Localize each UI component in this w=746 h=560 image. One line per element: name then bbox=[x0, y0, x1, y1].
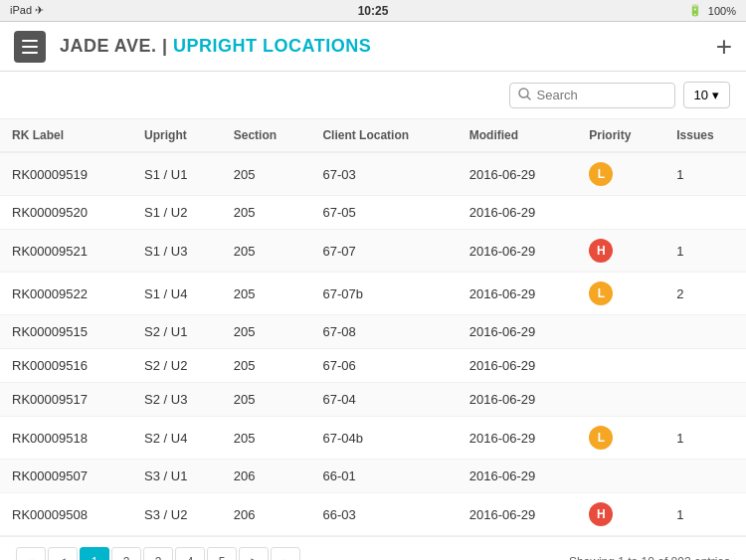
priority-cell: H bbox=[577, 230, 664, 273]
cell-0: RK00009507 bbox=[0, 460, 132, 493]
per-page-selector[interactable]: 10 ▾ bbox=[683, 82, 730, 108]
toolbar: 10 ▾ bbox=[0, 72, 746, 119]
cell-1: S2 / U1 bbox=[132, 315, 222, 349]
cell-3: 67-04 bbox=[310, 383, 457, 417]
showing-text: Showing 1 to 10 of 892 entries bbox=[569, 555, 730, 560]
cell-2: 205 bbox=[222, 349, 311, 383]
cell-4: 2016-06-29 bbox=[458, 383, 578, 417]
page-last-button[interactable]: » bbox=[271, 547, 300, 560]
priority-badge: L bbox=[589, 281, 613, 305]
table-row[interactable]: RK00009521S1 / U320567-072016-06-29H1 bbox=[0, 230, 746, 273]
priority-badge: L bbox=[589, 162, 613, 186]
col-header-upright: Upright bbox=[132, 119, 222, 152]
page-1-button[interactable]: 1 bbox=[80, 547, 109, 560]
page-3-button[interactable]: 3 bbox=[143, 547, 173, 560]
cell-4: 2016-06-29 bbox=[458, 230, 578, 273]
issues-cell: 1 bbox=[664, 493, 746, 536]
col-header-issues: Issues bbox=[664, 119, 746, 152]
cell-0: RK00009519 bbox=[0, 152, 132, 196]
dropdown-arrow-icon: ▾ bbox=[712, 88, 719, 102]
cell-4: 2016-06-29 bbox=[458, 152, 578, 196]
status-bar-right: 🔋 100% bbox=[688, 4, 736, 17]
priority-cell bbox=[577, 460, 664, 493]
cell-4: 2016-06-29 bbox=[458, 460, 578, 493]
search-icon bbox=[518, 88, 531, 103]
status-bar-time: 10:25 bbox=[358, 4, 389, 18]
data-table: RK Label Upright Section Client Location… bbox=[0, 119, 746, 536]
priority-cell: L bbox=[577, 273, 664, 315]
page-first-button[interactable]: « bbox=[16, 547, 46, 560]
cell-2: 205 bbox=[222, 230, 311, 273]
priority-cell bbox=[577, 383, 664, 417]
table-row[interactable]: RK00009517S2 / U320567-042016-06-29 bbox=[0, 383, 746, 417]
battery-icon: 🔋 bbox=[688, 4, 702, 17]
table-row[interactable]: RK00009520S1 / U220567-052016-06-29 bbox=[0, 196, 746, 230]
search-input[interactable] bbox=[537, 88, 666, 102]
issues-cell: 1 bbox=[664, 417, 746, 460]
page-prev-button[interactable]: < bbox=[48, 547, 78, 560]
table-row[interactable]: RK00009508S3 / U220666-032016-06-29H1 bbox=[0, 493, 746, 536]
table-row[interactable]: RK00009515S2 / U120567-082016-06-29 bbox=[0, 315, 746, 349]
cell-3: 67-04b bbox=[310, 417, 457, 460]
priority-badge: H bbox=[589, 239, 613, 263]
priority-cell: L bbox=[577, 417, 664, 460]
issues-cell bbox=[664, 315, 746, 349]
cell-1: S1 / U2 bbox=[132, 196, 222, 230]
header: JADE AVE. | UPRIGHT LOCATIONS + bbox=[0, 22, 746, 72]
page-title: JADE AVE. | UPRIGHT LOCATIONS bbox=[60, 36, 371, 57]
cell-2: 205 bbox=[222, 273, 311, 315]
cell-1: S2 / U4 bbox=[132, 417, 222, 460]
add-button[interactable]: + bbox=[716, 33, 732, 61]
table-header-row: RK Label Upright Section Client Location… bbox=[0, 119, 746, 152]
cell-3: 67-07 bbox=[310, 230, 457, 273]
table-row[interactable]: RK00009519S1 / U120567-032016-06-29L1 bbox=[0, 152, 746, 196]
page-2-button[interactable]: 2 bbox=[111, 547, 141, 560]
page-4-button[interactable]: 4 bbox=[175, 547, 205, 560]
cell-4: 2016-06-29 bbox=[458, 273, 578, 315]
cell-1: S1 / U3 bbox=[132, 230, 222, 273]
cell-0: RK00009518 bbox=[0, 417, 132, 460]
cell-0: RK00009508 bbox=[0, 493, 132, 536]
page-5-button[interactable]: 5 bbox=[207, 547, 237, 560]
cell-3: 66-03 bbox=[310, 493, 457, 536]
cell-4: 2016-06-29 bbox=[458, 349, 578, 383]
cell-3: 67-03 bbox=[310, 152, 457, 196]
header-left: JADE AVE. | UPRIGHT LOCATIONS bbox=[14, 31, 371, 63]
cell-1: S3 / U2 bbox=[132, 493, 222, 536]
issues-cell bbox=[664, 196, 746, 230]
issues-cell: 1 bbox=[664, 230, 746, 273]
title-highlight: UPRIGHT LOCATIONS bbox=[173, 36, 371, 56]
cell-4: 2016-06-29 bbox=[458, 417, 578, 460]
col-header-modified: Modified bbox=[458, 119, 578, 152]
priority-cell bbox=[577, 196, 664, 230]
cell-0: RK00009516 bbox=[0, 349, 132, 383]
cell-0: RK00009520 bbox=[0, 196, 132, 230]
cell-4: 2016-06-29 bbox=[458, 315, 578, 349]
table-row[interactable]: RK00009516S2 / U220567-062016-06-29 bbox=[0, 349, 746, 383]
pagination-bar: «<12345>» Showing 1 to 10 of 892 entries bbox=[0, 536, 746, 560]
issues-cell bbox=[664, 460, 746, 493]
status-bar: iPad ✈ 10:25 🔋 100% bbox=[0, 0, 746, 22]
battery-label: 100% bbox=[708, 5, 736, 17]
table-row[interactable]: RK00009522S1 / U420567-07b2016-06-29L2 bbox=[0, 273, 746, 315]
cell-1: S1 / U1 bbox=[132, 152, 222, 196]
cell-4: 2016-06-29 bbox=[458, 196, 578, 230]
svg-line-1 bbox=[527, 96, 530, 99]
cell-1: S2 / U2 bbox=[132, 349, 222, 383]
table-row[interactable]: RK00009518S2 / U420567-04b2016-06-29L1 bbox=[0, 417, 746, 460]
cell-0: RK00009517 bbox=[0, 383, 132, 417]
cell-0: RK00009515 bbox=[0, 315, 132, 349]
status-bar-left: iPad ✈ bbox=[10, 4, 44, 17]
page-next-button[interactable]: > bbox=[239, 547, 269, 560]
menu-button[interactable] bbox=[14, 31, 46, 63]
issues-cell bbox=[664, 383, 746, 417]
cell-3: 66-01 bbox=[310, 460, 457, 493]
cell-2: 205 bbox=[222, 417, 311, 460]
table-row[interactable]: RK00009507S3 / U120666-012016-06-29 bbox=[0, 460, 746, 493]
issues-cell: 1 bbox=[664, 152, 746, 196]
cell-0: RK00009521 bbox=[0, 230, 132, 273]
cell-4: 2016-06-29 bbox=[458, 493, 578, 536]
cell-2: 206 bbox=[222, 493, 311, 536]
cell-2: 205 bbox=[222, 315, 311, 349]
cell-1: S2 / U3 bbox=[132, 383, 222, 417]
